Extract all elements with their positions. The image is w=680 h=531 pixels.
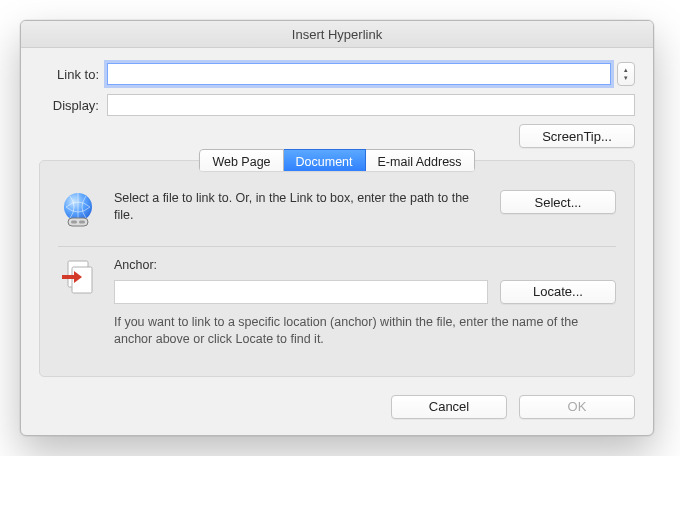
tab-web-page[interactable]: Web Page xyxy=(199,149,283,171)
document-arrow-icon xyxy=(58,257,98,297)
select-file-button[interactable]: Select... xyxy=(500,190,616,214)
chevron-up-icon: ▴ xyxy=(624,66,628,74)
chevron-down-icon: ▾ xyxy=(624,74,628,82)
panel-divider xyxy=(58,246,616,247)
file-section: Select a file to link to. Or, in the Lin… xyxy=(58,182,616,244)
globe-link-icon xyxy=(58,190,98,230)
link-to-input[interactable] xyxy=(107,63,611,85)
display-label: Display: xyxy=(39,98,107,113)
svg-rect-2 xyxy=(71,221,77,224)
screentip-button[interactable]: ScreenTip... xyxy=(519,124,635,148)
dialog-content: Link to: ▴ ▾ Display: ScreenTip... Web P… xyxy=(21,48,653,435)
titlebar: Insert Hyperlink xyxy=(21,21,653,48)
tab-email[interactable]: E-mail Address xyxy=(366,149,475,171)
dialog-title: Insert Hyperlink xyxy=(292,27,382,42)
dialog-footer: Cancel OK xyxy=(39,377,635,419)
cancel-button[interactable]: Cancel xyxy=(391,395,507,419)
display-input[interactable] xyxy=(107,94,635,116)
anchor-label: Anchor: xyxy=(114,257,616,274)
tab-document[interactable]: Document xyxy=(284,149,366,171)
link-to-label: Link to: xyxy=(39,67,107,82)
anchor-hint-text: If you want to link to a specific locati… xyxy=(114,314,616,348)
insert-hyperlink-dialog: Insert Hyperlink Link to: ▴ ▾ Display: S… xyxy=(20,20,654,436)
link-type-tabs: Web Page Document E-mail Address xyxy=(199,149,474,171)
file-hint-text: Select a file to link to. Or, in the Lin… xyxy=(114,190,488,224)
display-row: Display: xyxy=(39,94,635,116)
anchor-input[interactable] xyxy=(114,280,488,304)
link-type-panel: Web Page Document E-mail Address xyxy=(39,160,635,377)
link-to-row: Link to: ▴ ▾ xyxy=(39,62,635,86)
anchor-section: Anchor: Locate... If you want to link to… xyxy=(58,249,616,362)
locate-button[interactable]: Locate... xyxy=(500,280,616,304)
link-to-stepper[interactable]: ▴ ▾ xyxy=(617,62,635,86)
ok-button[interactable]: OK xyxy=(519,395,635,419)
svg-rect-3 xyxy=(79,221,85,224)
